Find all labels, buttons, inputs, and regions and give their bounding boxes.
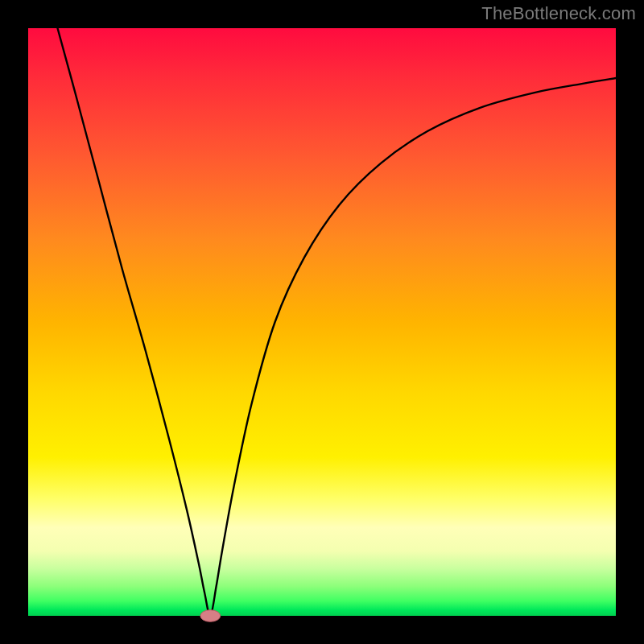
watermark-text: TheBottleneck.com [481,3,636,24]
curve-layer [28,28,616,616]
minimum-marker [200,610,221,622]
plot-area [28,28,616,616]
bottleneck-curve [58,28,617,616]
chart-frame: TheBottleneck.com [0,0,644,644]
